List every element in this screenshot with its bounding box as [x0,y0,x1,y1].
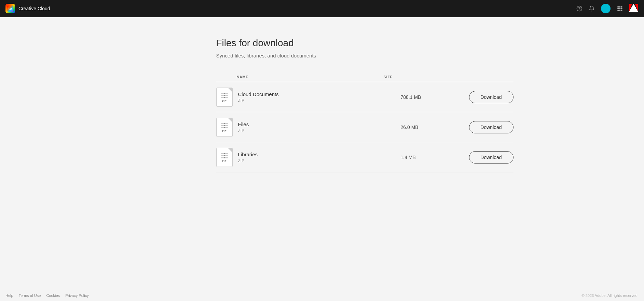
zip-line [221,95,228,96]
file-info: Cloud Documents ZIP [238,91,401,103]
file-row: ZIP Cloud Documents ZIP 788.1 MB Downloa… [216,82,513,112]
zip-lines [221,123,228,128]
user-avatar[interactable] [601,4,611,13]
file-name: Files [238,121,401,127]
file-row: ZIP Libraries ZIP 1.4 MB Download [216,142,513,172]
zip-line [221,97,228,98]
svg-rect-8 [619,8,621,10]
footer-terms-link[interactable]: Terms of Use [19,293,41,298]
file-info: Files ZIP [238,121,401,133]
file-name: Cloud Documents [238,91,401,97]
notifications-icon[interactable] [589,5,595,12]
file-size: 1.4 MB [401,155,469,160]
footer-copyright: © 2023 Adobe. All rights reserved. [582,293,639,298]
svg-rect-10 [617,10,619,11]
zip-label: ZIP [222,160,227,163]
cc-logo-icon[interactable]: Cc [5,4,15,13]
file-size: 788.1 MB [401,94,469,100]
app-footer: Help Terms of Use Cookies Privacy Policy… [0,290,644,301]
svg-rect-4 [617,6,619,8]
svg-text:Ai: Ai [631,6,636,12]
svg-rect-9 [621,8,622,10]
zip-line [221,127,228,128]
zip-line [221,93,228,94]
app-title: Creative Cloud [18,6,50,11]
table-header: NAME SIZE [216,72,513,82]
svg-rect-7 [617,8,619,10]
footer-links: Help Terms of Use Cookies Privacy Policy [5,293,89,298]
zip-icon: ZIP [216,148,233,167]
adobe-logo-icon[interactable]: Ai [629,4,639,14]
page-subtitle: Synced files, libraries, and cloud docum… [216,53,513,58]
col-name-header: NAME [216,75,384,79]
file-icon-wrapper: ZIP [216,118,233,136]
file-icon-wrapper: ZIP [216,88,233,106]
zip-line [221,125,228,126]
header-left: Cc Creative Cloud [5,4,50,13]
col-size-header: SIZE [384,75,452,79]
file-row: ZIP Files ZIP 26.0 MB Download [216,112,513,142]
zip-line [221,123,228,124]
zip-label: ZIP [222,130,227,133]
col-action-header [452,75,513,79]
svg-rect-12 [621,10,622,11]
file-info: Libraries ZIP [238,152,401,163]
file-type: ZIP [238,128,401,133]
files-list: ZIP Cloud Documents ZIP 788.1 MB Downloa… [216,82,513,172]
zip-line [221,153,228,154]
zip-icon: ZIP [216,88,233,107]
file-name: Libraries [238,152,401,157]
svg-rect-6 [621,6,622,8]
page-title: Files for download [216,38,513,49]
download-button[interactable]: Download [469,151,513,163]
zip-icon: ZIP [216,118,233,137]
help-icon[interactable] [576,5,583,12]
footer-privacy-link[interactable]: Privacy Policy [65,293,88,298]
main-content: Files for download Synced files, librari… [117,17,527,186]
zip-lines [221,153,228,158]
footer-cookies-link[interactable]: Cookies [46,293,60,298]
download-button[interactable]: Download [469,91,513,103]
file-icon-wrapper: ZIP [216,148,233,167]
file-size: 26.0 MB [401,125,469,130]
app-header: Cc Creative Cloud [0,0,644,17]
svg-rect-11 [619,10,621,11]
zip-lines [221,93,228,98]
zip-label: ZIP [222,100,227,103]
apps-grid-icon[interactable] [617,5,623,12]
header-right: Ai [576,4,639,14]
footer-help-link[interactable]: Help [5,293,13,298]
svg-rect-5 [619,6,621,8]
download-button[interactable]: Download [469,121,513,133]
file-type: ZIP [238,98,401,103]
svg-text:Cc: Cc [9,7,13,11]
zip-line [221,155,228,156]
zip-line [221,157,228,158]
file-type: ZIP [238,158,401,163]
